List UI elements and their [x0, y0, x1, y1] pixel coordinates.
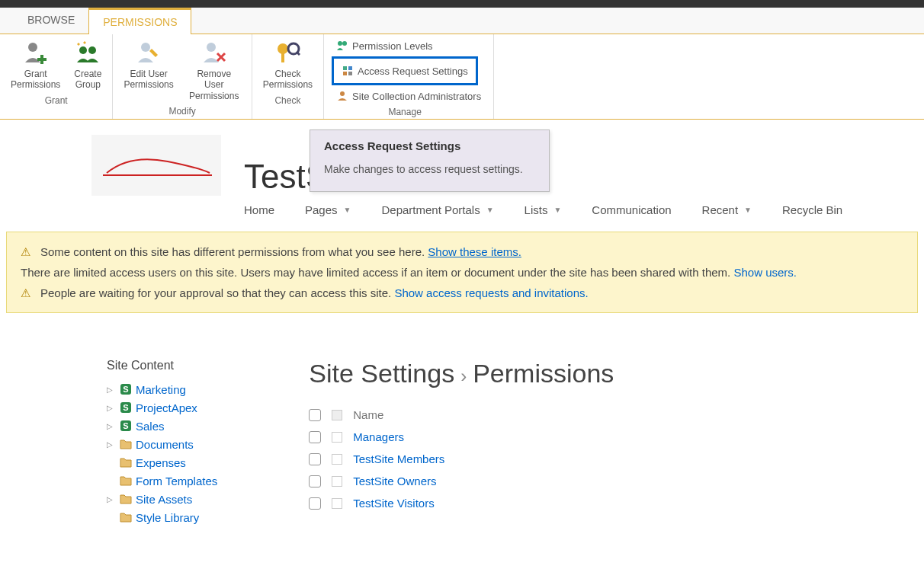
nav-lists[interactable]: Lists▼ [525, 203, 562, 216]
tab-permissions[interactable]: PERMISSIONS [88, 8, 191, 34]
svg-point-3 [79, 46, 87, 54]
svg-point-5 [141, 43, 150, 52]
permission-row: TestSite Visitors [309, 492, 614, 514]
tree-item-label: Sales [136, 420, 165, 433]
expand-icon[interactable]: ▷ [107, 404, 116, 412]
tree-item[interactable]: Expenses [107, 453, 217, 472]
folder-icon [119, 510, 133, 524]
permission-group-link[interactable]: TestSite Members [353, 452, 444, 465]
permission-row: TestSite Members [309, 448, 614, 470]
tree-item[interactable]: Style Library [107, 508, 217, 526]
create-group-button[interactable]: Create Group [71, 38, 104, 92]
group-sparkle-icon [74, 40, 101, 67]
warning-icon: ⚠ [21, 241, 34, 262]
nav-recycle-bin[interactable]: Recycle Bin [782, 203, 842, 216]
permissions-list: Name ManagersTestSite MembersTestSite Ow… [309, 404, 614, 514]
access-request-settings-button[interactable]: Access Request Settings [332, 56, 478, 85]
folder-icon [119, 456, 133, 469]
row-checkbox[interactable] [309, 431, 321, 443]
app-topbar [0, 0, 924, 8]
chevron-down-icon: ▼ [486, 206, 494, 214]
nav-recent[interactable]: Recent▼ [702, 203, 752, 216]
sharepoint-site-icon: S [119, 401, 133, 414]
expand-icon[interactable]: ▷ [107, 495, 116, 503]
svg-point-19 [340, 91, 345, 96]
tree-item[interactable]: ▷Documents [107, 435, 217, 453]
row-checkbox[interactable] [309, 475, 321, 487]
permission-group-link[interactable]: TestSite Owners [353, 475, 436, 487]
grant-permissions-label: Grant Permissions [11, 69, 60, 91]
access-request-settings-label: Access Request Settings [358, 66, 468, 77]
main-content: Site Content ▷SMarketing▷SProjectApex▷SS… [0, 313, 924, 542]
check-permissions-label: Check Permissions [263, 69, 313, 91]
tree-item-label: Documents [136, 438, 194, 451]
sharepoint-site-icon: S [119, 382, 133, 396]
breadcrumb-site-settings[interactable]: Site Settings [309, 359, 454, 388]
ribbon-group-manage: Permission Levels Access Request Setting… [324, 34, 494, 119]
tree-item-label: ProjectApex [136, 401, 197, 414]
group-icon [336, 40, 348, 52]
group-type-icon [332, 476, 342, 487]
ribbon-group-grant: Grant Permissions Create Group Grant [0, 34, 113, 119]
breadcrumb: Site Settings›Permissions [309, 359, 614, 388]
svg-point-0 [28, 43, 37, 52]
grant-permissions-button[interactable]: Grant Permissions [8, 38, 63, 92]
expand-icon[interactable]: ▷ [107, 422, 116, 430]
ribbon: Grant Permissions Create Group Grant Edi… [0, 34, 924, 120]
create-group-label: Create Group [74, 69, 101, 91]
check-permissions-button[interactable]: Check Permissions [260, 38, 316, 92]
folder-icon [119, 437, 133, 451]
name-column-header[interactable]: Name [353, 408, 383, 421]
permission-group-link[interactable]: TestSite Visitors [353, 497, 434, 510]
tree-item[interactable]: ▷SSales [107, 417, 217, 435]
site-collection-admins-button[interactable]: Site Collection Administrators [332, 88, 486, 104]
remove-user-permissions-button[interactable]: Remove User Permissions [184, 38, 244, 103]
nav-department-portals[interactable]: Department Portals▼ [381, 203, 493, 216]
ribbon-group-modify-title: Modify [120, 106, 243, 117]
select-all-checkbox[interactable] [309, 409, 321, 421]
nav-communication[interactable]: Communication [592, 203, 671, 216]
svg-point-14 [342, 41, 347, 46]
row-checkbox[interactable] [309, 453, 321, 465]
permissions-header-row: Name [309, 404, 614, 426]
tooltip-title: Access Request Settings [324, 139, 535, 152]
show-users-link[interactable]: Show users. [733, 266, 797, 279]
svg-rect-2 [37, 58, 47, 61]
warning-icon: ⚠ [21, 283, 34, 303]
tab-browse[interactable]: BROWSE [14, 8, 88, 34]
tree-item[interactable]: ▷SProjectApex [107, 398, 217, 417]
site-content-title: Site Content [107, 359, 217, 372]
svg-text:S: S [123, 385, 128, 394]
permissions-panel: Site Settings›Permissions Name ManagersT… [309, 359, 614, 526]
folder-icon [119, 474, 133, 487]
tree-item[interactable]: ▷Site Assets [107, 490, 217, 508]
chevron-down-icon: ▼ [744, 206, 752, 214]
permission-levels-button[interactable]: Permission Levels [332, 38, 438, 53]
ribbon-group-check: Check Permissions Check [252, 34, 324, 119]
svg-rect-15 [343, 66, 347, 70]
permissions-notice: ⚠Some content on this site has different… [6, 232, 918, 313]
key-magnifier-icon [274, 40, 301, 67]
edit-user-permissions-button[interactable]: Edit User Permissions [120, 38, 176, 103]
nav-home[interactable]: Home [244, 203, 274, 216]
nav-pages[interactable]: Pages▼ [305, 203, 351, 216]
chevron-down-icon: ▼ [344, 206, 351, 214]
ribbon-group-check-title: Check [260, 95, 316, 106]
tree-item-label: Site Assets [136, 493, 192, 506]
svg-rect-18 [348, 72, 352, 75]
expand-icon[interactable]: ▷ [107, 385, 116, 394]
expand-icon[interactable]: ▷ [107, 440, 116, 449]
top-nav: Home Pages▼ Department Portals▼ Lists▼ C… [0, 196, 924, 232]
site-logo[interactable] [91, 135, 221, 196]
svg-rect-17 [343, 72, 347, 75]
svg-text:S: S [123, 421, 128, 430]
permission-group-link[interactable]: Managers [353, 430, 404, 443]
show-access-requests-link[interactable]: Show access requests and invitations. [394, 286, 588, 299]
access-request-tooltip: Access Request Settings Make changes to … [310, 129, 550, 192]
show-items-link[interactable]: Show these items. [428, 245, 521, 258]
tree-item[interactable]: ▷SMarketing [107, 380, 217, 398]
svg-point-9 [278, 43, 288, 54]
tree-item[interactable]: Form Templates [107, 472, 217, 490]
svg-point-13 [338, 41, 342, 46]
row-checkbox[interactable] [309, 497, 321, 510]
